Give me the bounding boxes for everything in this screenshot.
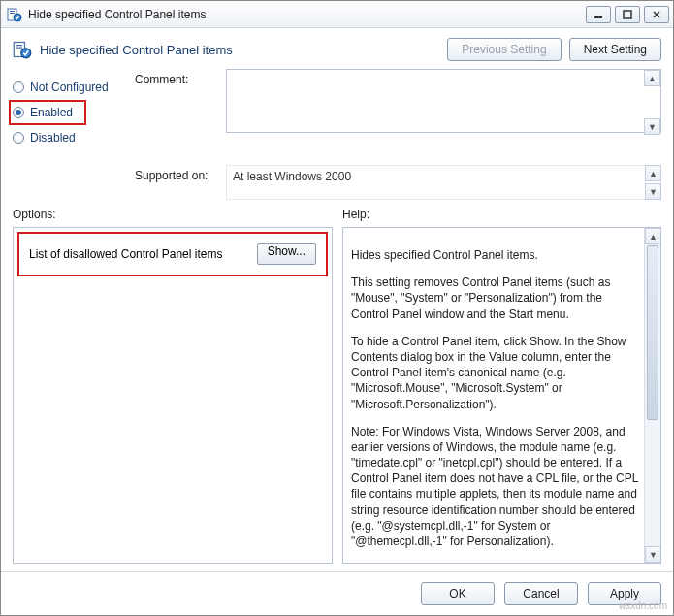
svg-rect-2	[10, 13, 15, 14]
scroll-up-icon[interactable]: ▲	[644, 70, 660, 86]
radio-label: Not Configured	[30, 81, 109, 94]
titlebar: Hide specified Control Panel items	[1, 1, 673, 28]
supported-value: At least Windows 2000	[226, 165, 661, 200]
scroll-down-icon[interactable]: ▼	[645, 546, 661, 563]
help-paragraph: To hide a Control Panel item, click Show…	[351, 334, 641, 412]
maximize-button[interactable]	[615, 6, 640, 23]
state-radios: Not Configured Enabled Disabled	[13, 69, 127, 200]
show-button[interactable]: Show...	[257, 243, 316, 265]
help-paragraph: Hides specified Control Panel items.	[351, 247, 641, 263]
supported-label: Supported on:	[135, 165, 218, 182]
scroll-up-icon[interactable]: ▲	[645, 165, 661, 181]
previous-setting-button[interactable]: Previous Setting	[447, 38, 561, 61]
policy-icon	[13, 40, 32, 59]
window-buttons	[586, 6, 669, 23]
watermark: wsxdn.com	[619, 600, 667, 611]
next-setting-button[interactable]: Next Setting	[569, 38, 661, 61]
scroll-down-icon[interactable]: ▼	[645, 183, 661, 200]
svg-rect-4	[594, 16, 602, 18]
state-row: Not Configured Enabled Disabled Comment:…	[1, 65, 673, 200]
supported-row: Supported on: At least Windows 2000 ▲ ▼	[135, 165, 661, 200]
comment-box: ▲ ▼	[226, 69, 661, 136]
supported-box: At least Windows 2000 ▲ ▼	[226, 165, 661, 200]
help-body-wrap: Hides specified Control Panel items. Thi…	[342, 227, 661, 564]
close-button[interactable]	[644, 6, 669, 23]
page-title: Hide specified Control Panel items	[40, 43, 447, 57]
help-paragraph: This setting removes Control Panel items…	[351, 275, 641, 322]
radio-icon	[13, 132, 24, 144]
radio-disabled[interactable]: Disabled	[13, 125, 127, 150]
help-title: Help:	[342, 208, 661, 221]
help-paragraph: Note: For Windows Vista, Windows Server …	[351, 424, 641, 550]
header-row: Hide specified Control Panel items Previ…	[1, 28, 673, 65]
options-title: Options:	[13, 208, 333, 221]
options-pane: Options: List of disallowed Control Pane…	[13, 208, 333, 564]
footer: OK Cancel Apply	[1, 571, 673, 615]
svg-rect-1	[10, 11, 15, 12]
options-list-label: List of disallowed Control Panel items	[29, 247, 222, 261]
minimize-button[interactable]	[586, 6, 611, 23]
ok-button[interactable]: OK	[421, 582, 495, 605]
radio-enabled[interactable]: Enabled	[9, 100, 86, 125]
radio-icon	[13, 81, 24, 93]
svg-rect-7	[16, 45, 22, 46]
radio-icon	[13, 107, 24, 118]
scroll-up-icon[interactable]: ▲	[645, 228, 661, 244]
radio-label: Enabled	[30, 106, 73, 119]
dialog-window: Hide specified Control Panel items Hide …	[0, 0, 674, 616]
help-scrollbar[interactable]: ▲ ▼	[644, 228, 660, 563]
scroll-thumb[interactable]	[647, 245, 658, 420]
help-paragraph: A complete list of canonical and module …	[351, 561, 641, 563]
help-pane: Help: Hides specified Control Panel item…	[342, 208, 661, 564]
svg-rect-5	[624, 11, 631, 18]
policy-icon	[7, 7, 22, 22]
options-list-row: List of disallowed Control Panel items S…	[17, 232, 328, 276]
svg-rect-8	[16, 48, 22, 49]
help-text: Hides specified Control Panel items. Thi…	[343, 228, 660, 563]
nav-buttons: Previous Setting Next Setting	[447, 38, 661, 61]
radio-label: Disabled	[30, 131, 76, 145]
cancel-button[interactable]: Cancel	[504, 582, 578, 605]
meta-column: Comment: ▲ ▼ Supported on: At least Wind…	[135, 69, 661, 200]
comment-scroll: ▲ ▼	[644, 70, 660, 135]
supported-scroll: ▲ ▼	[645, 165, 661, 200]
comment-input[interactable]	[226, 69, 661, 133]
split-panes: Options: List of disallowed Control Pane…	[1, 200, 673, 571]
comment-row: Comment: ▲ ▼	[135, 69, 661, 136]
scroll-down-icon[interactable]: ▼	[644, 118, 660, 135]
comment-label: Comment:	[135, 69, 218, 86]
options-body: List of disallowed Control Panel items S…	[13, 227, 333, 564]
radio-not-configured[interactable]: Not Configured	[13, 75, 127, 100]
window-title: Hide specified Control Panel items	[28, 8, 586, 21]
